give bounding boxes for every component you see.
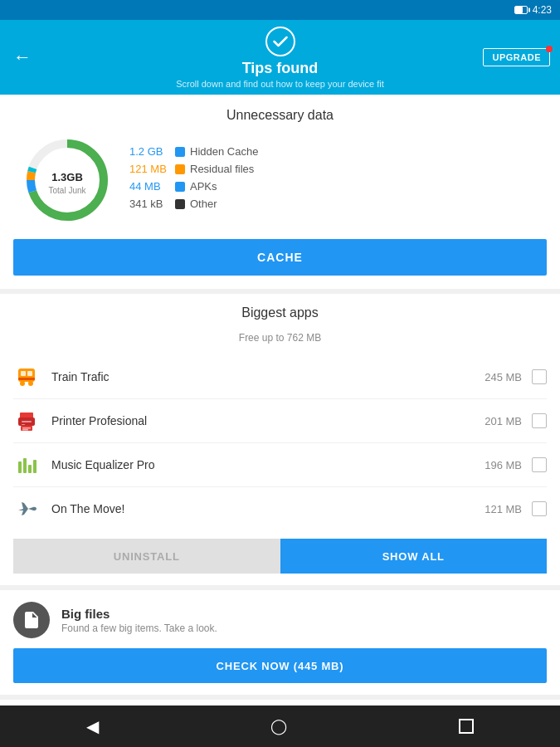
app-name-plane: On The Move! bbox=[51, 502, 485, 515]
unnecessary-data-card: Unnecessary data 1.3G bbox=[0, 95, 560, 289]
app-actions: UNINSTALL SHOW ALL bbox=[13, 539, 547, 574]
status-time: 4:23 bbox=[533, 4, 552, 16]
app-row-train: Train Trafic 245 MB bbox=[13, 355, 547, 399]
svg-rect-20 bbox=[18, 461, 22, 473]
big-files-card: Big files Found a few big items. Take a … bbox=[0, 590, 560, 695]
legend-item-residual: 121 MB Residual files bbox=[129, 163, 538, 175]
header: ← Tips found Scroll down and find out ho… bbox=[0, 20, 560, 95]
app-row-printer: Printer Profesional 201 MB bbox=[13, 399, 547, 443]
svg-rect-23 bbox=[33, 460, 37, 473]
battery-icon bbox=[514, 6, 528, 14]
junk-legend: 1.2 GB Hidden Cache 121 MB Residual file… bbox=[129, 145, 538, 215]
biggest-apps-subtitle: Free up to 762 MB bbox=[13, 332, 547, 344]
app-size-plane: 121 MB bbox=[485, 503, 522, 515]
svg-rect-16 bbox=[22, 424, 25, 425]
check-circle-icon bbox=[265, 27, 295, 56]
app-size-printer: 201 MB bbox=[485, 415, 522, 427]
junk-size: 1.3GB bbox=[48, 166, 85, 184]
svg-rect-15 bbox=[22, 421, 32, 422]
legend-item-hidden-cache: 1.2 GB Hidden Cache bbox=[129, 145, 538, 158]
upgrade-button[interactable]: UPGRADE bbox=[483, 48, 550, 66]
header-subtitle: Scroll down and find out how to keep you… bbox=[176, 79, 384, 89]
app-checkbox-plane[interactable] bbox=[532, 501, 547, 516]
biggest-apps-title: Biggest apps bbox=[13, 305, 547, 320]
printer-icon bbox=[13, 408, 40, 434]
svg-rect-25 bbox=[28, 622, 33, 624]
svg-rect-7 bbox=[27, 371, 32, 376]
big-files-desc: Found a few big items. Take a look. bbox=[61, 622, 217, 634]
legend-dot-residual bbox=[175, 164, 185, 174]
app-checkbox-music[interactable] bbox=[532, 457, 547, 472]
unnecessary-data-title: Unnecessary data bbox=[13, 108, 547, 123]
svg-rect-22 bbox=[28, 465, 32, 473]
app-size-train: 245 MB bbox=[485, 371, 522, 383]
uninstall-button[interactable]: UNINSTALL bbox=[13, 539, 280, 574]
back-button[interactable]: ← bbox=[13, 46, 32, 68]
downloads-card: Downloads You've downloaded a lot of fil… bbox=[0, 700, 560, 706]
plane-icon bbox=[13, 496, 40, 522]
svg-rect-18 bbox=[22, 427, 31, 429]
main-content: Unnecessary data 1.3G bbox=[0, 95, 560, 706]
big-files-heading: Big files bbox=[61, 607, 217, 621]
nav-home-icon[interactable]: ◯ bbox=[270, 717, 287, 735]
svg-rect-6 bbox=[21, 371, 26, 376]
header-title: Tips found bbox=[242, 60, 319, 77]
svg-rect-21 bbox=[23, 458, 27, 473]
nav-back-icon[interactable]: ◀ bbox=[86, 716, 99, 736]
app-checkbox-printer[interactable] bbox=[532, 413, 547, 428]
app-name-printer: Printer Profesional bbox=[51, 414, 485, 427]
svg-rect-11 bbox=[22, 380, 23, 383]
equalizer-icon bbox=[13, 452, 40, 478]
legend-item-apks: 44 MB APKs bbox=[129, 180, 538, 193]
svg-rect-24 bbox=[28, 620, 35, 622]
nav-recents-icon[interactable] bbox=[459, 719, 474, 734]
show-all-button[interactable]: SHOW ALL bbox=[280, 539, 548, 574]
biggest-apps-card: Biggest apps Free up to 762 MB Train Tra… bbox=[0, 294, 560, 585]
app-row-music: Music Equalizer Pro 196 MB bbox=[13, 443, 547, 487]
big-files-check-button[interactable]: CHECK NOW (445 MB) bbox=[13, 648, 547, 683]
app-row-plane: On The Move! 121 MB bbox=[13, 487, 547, 530]
svg-rect-19 bbox=[22, 429, 28, 431]
svg-rect-12 bbox=[30, 380, 32, 383]
train-icon bbox=[13, 364, 40, 390]
legend-dot-other bbox=[175, 199, 185, 209]
app-name-music: Music Equalizer Pro bbox=[51, 458, 485, 471]
legend-dot-apks bbox=[175, 182, 185, 192]
legend-dot-hidden-cache bbox=[175, 147, 185, 157]
junk-donut-chart: 1.3GB Total Junk bbox=[22, 134, 113, 226]
nav-bar: ◀ ◯ bbox=[0, 706, 560, 747]
app-name-train: Train Trafic bbox=[51, 370, 485, 383]
app-size-music: 196 MB bbox=[485, 459, 522, 471]
junk-label: Total Junk bbox=[48, 186, 85, 195]
cache-button[interactable]: CACHE bbox=[13, 239, 547, 276]
svg-rect-8 bbox=[18, 378, 35, 380]
app-checkbox-train[interactable] bbox=[532, 369, 547, 384]
upgrade-dot bbox=[546, 46, 553, 52]
status-bar: 4:23 bbox=[0, 0, 560, 20]
big-files-icon bbox=[13, 602, 50, 638]
legend-item-other: 341 kB Other bbox=[129, 198, 538, 210]
